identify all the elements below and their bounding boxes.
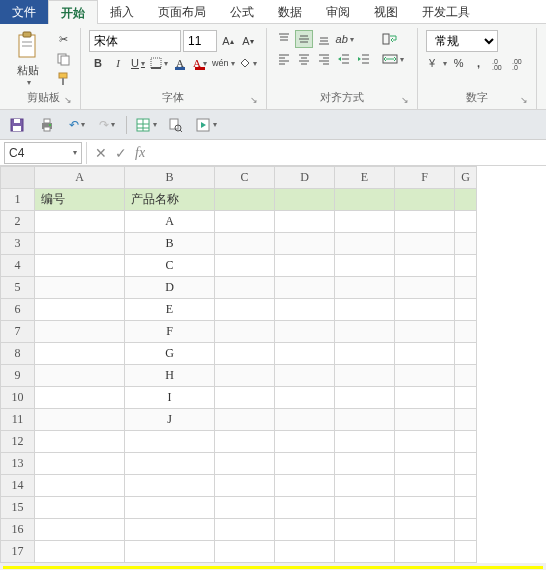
- tab-layout[interactable]: 页面布局: [146, 0, 218, 24]
- cell-E15[interactable]: [335, 497, 395, 519]
- cell-D8[interactable]: [275, 343, 335, 365]
- comma-button[interactable]: ,: [470, 54, 488, 72]
- bold-button[interactable]: B: [89, 54, 107, 72]
- tab-review[interactable]: 审阅: [314, 0, 362, 24]
- cell-F1[interactable]: [395, 189, 455, 211]
- cell-F12[interactable]: [395, 431, 455, 453]
- cell-D1[interactable]: [275, 189, 335, 211]
- align-left-button[interactable]: [275, 50, 293, 68]
- cell-C4[interactable]: [215, 255, 275, 277]
- cell-A13[interactable]: [35, 453, 125, 475]
- cell-D3[interactable]: [275, 233, 335, 255]
- cell-B9[interactable]: H: [125, 365, 215, 387]
- row-header-8[interactable]: 8: [1, 343, 35, 365]
- row-header-10[interactable]: 10: [1, 387, 35, 409]
- col-header-B[interactable]: B: [125, 167, 215, 189]
- cell-D9[interactable]: [275, 365, 335, 387]
- row-header-14[interactable]: 14: [1, 475, 35, 497]
- cell-A3[interactable]: [35, 233, 125, 255]
- cell-A14[interactable]: [35, 475, 125, 497]
- cell-C1[interactable]: [215, 189, 275, 211]
- row-header-2[interactable]: 2: [1, 211, 35, 233]
- cell-D14[interactable]: [275, 475, 335, 497]
- cell-A17[interactable]: [35, 541, 125, 563]
- print-button[interactable]: [36, 114, 58, 136]
- decrease-indent-button[interactable]: [335, 50, 353, 68]
- cell-D10[interactable]: [275, 387, 335, 409]
- cell-C2[interactable]: [215, 211, 275, 233]
- cell-D17[interactable]: [275, 541, 335, 563]
- col-header-F[interactable]: F: [395, 167, 455, 189]
- cell-E10[interactable]: [335, 387, 395, 409]
- cell-F5[interactable]: [395, 277, 455, 299]
- fx-button[interactable]: fx: [135, 145, 145, 161]
- decrease-decimal-button[interactable]: .00.0: [510, 54, 528, 72]
- row-header-12[interactable]: 12: [1, 431, 35, 453]
- cell-B17[interactable]: [125, 541, 215, 563]
- cell-B14[interactable]: [125, 475, 215, 497]
- row-header-11[interactable]: 11: [1, 409, 35, 431]
- align-bottom-button[interactable]: [315, 30, 333, 48]
- qat-preview-button[interactable]: [165, 114, 187, 136]
- copy-button[interactable]: [54, 50, 72, 68]
- col-header-A[interactable]: A: [35, 167, 125, 189]
- cell-B11[interactable]: J: [125, 409, 215, 431]
- cell-B6[interactable]: E: [125, 299, 215, 321]
- cell-C11[interactable]: [215, 409, 275, 431]
- qat-table-button[interactable]: ▾: [135, 114, 157, 136]
- align-middle-button[interactable]: [295, 30, 313, 48]
- cell-E16[interactable]: [335, 519, 395, 541]
- font-size-combo[interactable]: [183, 30, 217, 52]
- cell-G10[interactable]: [455, 387, 477, 409]
- cell-B15[interactable]: [125, 497, 215, 519]
- cell-A12[interactable]: [35, 431, 125, 453]
- cell-B5[interactable]: D: [125, 277, 215, 299]
- cell-G11[interactable]: [455, 409, 477, 431]
- tab-dev[interactable]: 开发工具: [410, 0, 482, 24]
- align-right-button[interactable]: [315, 50, 333, 68]
- cell-B4[interactable]: C: [125, 255, 215, 277]
- cell-A7[interactable]: [35, 321, 125, 343]
- cell-C10[interactable]: [215, 387, 275, 409]
- col-header-D[interactable]: D: [275, 167, 335, 189]
- cell-F14[interactable]: [395, 475, 455, 497]
- cell-A5[interactable]: [35, 277, 125, 299]
- cell-E4[interactable]: [335, 255, 395, 277]
- cell-G9[interactable]: [455, 365, 477, 387]
- increase-decimal-button[interactable]: .0.00: [490, 54, 508, 72]
- cell-F16[interactable]: [395, 519, 455, 541]
- cell-C13[interactable]: [215, 453, 275, 475]
- cell-C12[interactable]: [215, 431, 275, 453]
- cell-B2[interactable]: A: [125, 211, 215, 233]
- col-header-E[interactable]: E: [335, 167, 395, 189]
- cut-button[interactable]: ✂: [54, 30, 72, 48]
- cell-B1[interactable]: 产品名称: [125, 189, 215, 211]
- row-header-15[interactable]: 15: [1, 497, 35, 519]
- cell-C6[interactable]: [215, 299, 275, 321]
- cell-D13[interactable]: [275, 453, 335, 475]
- cell-F3[interactable]: [395, 233, 455, 255]
- font-color-a-button[interactable]: A: [171, 54, 189, 72]
- cell-G1[interactable]: [455, 189, 477, 211]
- row-header-7[interactable]: 7: [1, 321, 35, 343]
- cell-B8[interactable]: G: [125, 343, 215, 365]
- cell-C16[interactable]: [215, 519, 275, 541]
- row-header-16[interactable]: 16: [1, 519, 35, 541]
- cell-B10[interactable]: I: [125, 387, 215, 409]
- currency-button[interactable]: ¥▾: [426, 54, 448, 72]
- cell-F8[interactable]: [395, 343, 455, 365]
- cell-F2[interactable]: [395, 211, 455, 233]
- orientation-button[interactable]: ab▾: [335, 30, 355, 48]
- cell-G3[interactable]: [455, 233, 477, 255]
- cell-G13[interactable]: [455, 453, 477, 475]
- dialog-launcher-icon[interactable]: ↘: [250, 95, 258, 105]
- cell-B3[interactable]: B: [125, 233, 215, 255]
- cell-G2[interactable]: [455, 211, 477, 233]
- percent-button[interactable]: %: [450, 54, 468, 72]
- dialog-launcher-icon[interactable]: ↘: [401, 95, 409, 105]
- cell-C9[interactable]: [215, 365, 275, 387]
- cell-D6[interactable]: [275, 299, 335, 321]
- cell-C14[interactable]: [215, 475, 275, 497]
- cell-E11[interactable]: [335, 409, 395, 431]
- cell-C17[interactable]: [215, 541, 275, 563]
